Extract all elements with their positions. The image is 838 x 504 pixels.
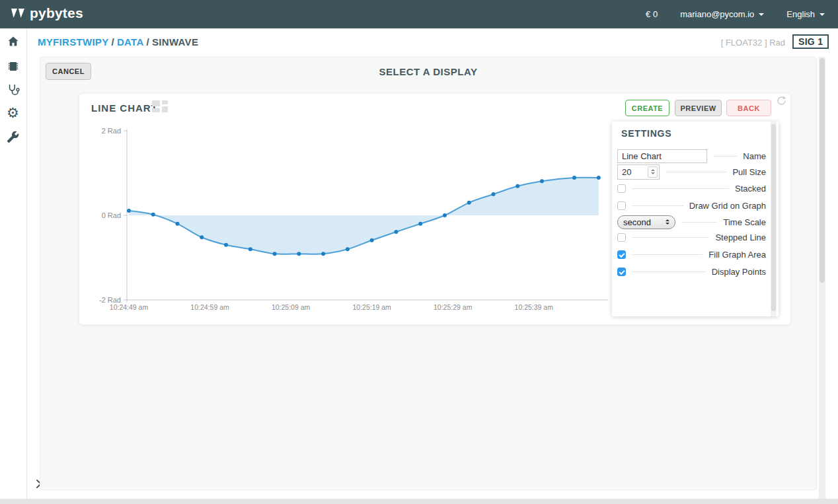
stepped-line-label: Stepped Line <box>715 233 766 242</box>
card-title: LINE CHART <box>91 102 158 114</box>
fill-graph-area-checkbox[interactable] <box>617 250 626 259</box>
row-connector <box>713 156 737 157</box>
svg-text:2 Rad: 2 Rad <box>102 127 121 135</box>
chevron-down-icon <box>819 13 825 16</box>
row-connector <box>632 205 683 206</box>
wrench-icon <box>7 131 19 143</box>
bottom-edge-strip <box>0 499 838 504</box>
setting-row-name: Name <box>617 148 766 164</box>
sidebar-item-home[interactable] <box>7 35 20 49</box>
display-points-checkbox[interactable] <box>617 268 626 276</box>
sidebar-item-tools[interactable] <box>7 131 20 145</box>
row-connector <box>632 254 703 255</box>
chip-icon <box>7 59 20 73</box>
settings-scrollbar-thumb[interactable] <box>771 124 776 311</box>
breadcrumb-current: SINWAVE <box>152 36 198 48</box>
svg-text:10:25:29 am: 10:25:29 am <box>434 303 473 311</box>
refresh-icon[interactable] <box>776 95 787 106</box>
stethoscope-icon <box>7 83 20 96</box>
pybytes-logo[interactable]: pybytes <box>11 5 83 21</box>
page-scrollbar-thumb[interactable] <box>819 58 825 283</box>
sidebar-item-settings[interactable]: ⚙ <box>7 106 20 120</box>
settings-panel: SETTINGS Name Pull Size <box>612 122 779 316</box>
stacked-label: Stacked <box>735 184 766 194</box>
stepper-arrows[interactable] <box>648 166 658 178</box>
setting-row-display-points: Display Points <box>617 264 766 279</box>
pull-size-stepper[interactable] <box>617 164 660 180</box>
pull-size-input[interactable] <box>618 166 647 178</box>
row-connector <box>681 222 717 223</box>
name-input[interactable] <box>617 149 707 163</box>
display-points-label: Display Points <box>712 267 766 277</box>
page-title: SELECT A DISPLAY <box>40 66 816 77</box>
row-connector <box>632 188 729 189</box>
svg-text:10:25:19 am: 10:25:19 am <box>352 303 391 311</box>
chevron-down-icon <box>759 13 764 16</box>
draw-grid-label: Draw Grid on Graph <box>689 201 766 211</box>
settings-title: SETTINGS <box>621 128 671 139</box>
setting-row-fill-graph-area: Fill Graph Area <box>617 246 766 262</box>
grid-layout-icon <box>152 100 170 115</box>
preview-button[interactable]: PREVIEW <box>675 100 722 116</box>
account-menu[interactable]: mariano@pycom.io <box>680 9 764 19</box>
setting-row-draw-grid: Draw Grid on Graph <box>617 198 766 213</box>
row-connector <box>632 271 706 272</box>
setting-row-stepped-line: Stepped Line <box>617 229 766 245</box>
back-button[interactable]: BACK <box>726 100 771 116</box>
setting-row-time-scale: second Time Scale <box>617 214 766 230</box>
line-chart-svg: 2 Rad0 Rad-2 Rad10:24:49 am10:24:59 am10… <box>87 124 611 316</box>
svg-text:10:24:59 am: 10:24:59 am <box>190 303 229 311</box>
language-label: English <box>786 9 815 19</box>
time-scale-label: Time Scale <box>723 217 766 227</box>
time-scale-select[interactable]: second <box>617 215 675 229</box>
breadcrumb-bar: MYFIRSTWIPY/DATA/SINWAVE [ FLOAT32 ] Rad… <box>0 28 838 57</box>
language-menu[interactable]: English <box>786 9 825 19</box>
draw-grid-checkbox[interactable] <box>617 201 626 210</box>
line-chart-card: LINE CHART CREATE PREVIEW BACK 2 Rad0 Ra… <box>79 93 791 325</box>
svg-text:10:24:49 am: 10:24:49 am <box>110 303 149 311</box>
settings-scrollbar-track[interactable] <box>771 122 777 316</box>
step-up-icon[interactable] <box>651 169 655 171</box>
svg-text:10:25:39 am: 10:25:39 am <box>515 303 554 311</box>
breadcrumb-separator: / <box>144 36 152 48</box>
signal-type-label: [ FLOAT32 ] Rad <box>721 38 785 48</box>
select-display-panel: CANCEL SELECT A DISPLAY LINE CHART CREAT… <box>40 57 817 490</box>
breadcrumb-separator: / <box>108 36 116 48</box>
step-down-icon[interactable] <box>651 172 655 174</box>
fill-graph-area-label: Fill Graph Area <box>708 250 766 260</box>
sidebar-item-devices[interactable] <box>7 59 20 73</box>
pybytes-logo-icon <box>11 7 28 20</box>
setting-row-stacked: Stacked <box>617 180 766 196</box>
create-button[interactable]: CREATE <box>625 100 669 116</box>
sidebar-item-diagnostics[interactable] <box>7 83 20 97</box>
row-connector <box>632 237 709 238</box>
time-scale-value: second <box>623 217 651 227</box>
brand-name: pybytes <box>30 5 83 21</box>
name-label: Name <box>743 151 766 161</box>
home-icon <box>7 35 20 48</box>
left-sidebar: ⚙ <box>0 28 27 499</box>
signal-badge: SIG 1 <box>792 34 829 49</box>
stepped-line-checkbox[interactable] <box>617 233 626 242</box>
page-scrollbar-track[interactable] <box>819 57 825 504</box>
gear-icon: ⚙ <box>7 105 19 120</box>
select-arrows-icon <box>666 219 669 225</box>
breadcrumb-device-link[interactable]: MYFIRSTWIPY <box>38 36 108 48</box>
stacked-checkbox[interactable] <box>617 184 626 193</box>
breadcrumb-data-link[interactable]: DATA <box>117 36 144 48</box>
account-email: mariano@pycom.io <box>680 9 754 19</box>
top-navbar: pybytes € 0 mariano@pycom.io English <box>0 0 838 28</box>
setting-row-pull-size: Pull Size <box>617 164 766 180</box>
svg-text:10:25:09 am: 10:25:09 am <box>272 303 311 311</box>
svg-text:0 Rad: 0 Rad <box>102 211 121 219</box>
row-connector <box>666 172 726 172</box>
pull-size-label: Pull Size <box>732 167 766 177</box>
balance-indicator[interactable]: € 0 <box>646 9 658 19</box>
breadcrumb: MYFIRSTWIPY/DATA/SINWAVE <box>38 36 198 48</box>
